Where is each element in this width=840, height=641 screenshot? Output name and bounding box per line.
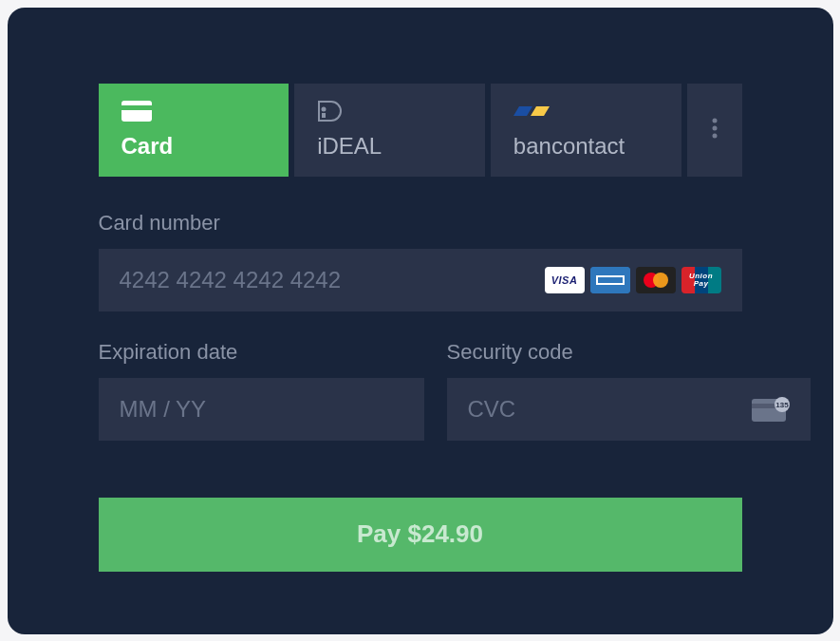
svg-rect-2: [322, 113, 326, 118]
card-number-field: Card number VISA UnionPay: [99, 211, 742, 311]
tab-card-label: Card: [121, 133, 174, 160]
visa-icon: VISA: [545, 267, 585, 293]
tab-ideal[interactable]: iDEAL: [294, 84, 485, 177]
svg-text:135: 135: [775, 401, 789, 409]
more-vertical-icon: [712, 117, 718, 143]
more-payment-methods-button[interactable]: [687, 84, 742, 177]
card-icon: [121, 99, 152, 123]
amex-icon: [590, 267, 630, 293]
expiration-input-wrap: [99, 378, 424, 441]
payment-panel: Card iDEAL bancontact: [8, 8, 833, 634]
expiry-cvc-row: Expiration date Security code 135: [99, 340, 742, 441]
cvc-field: Security code 135: [447, 340, 811, 441]
cvc-card-icon: 135: [752, 397, 790, 422]
svg-point-5: [712, 125, 717, 130]
pay-button[interactable]: Pay $24.90: [99, 498, 742, 572]
svg-rect-9: [598, 277, 623, 283]
cvc-input-wrap: 135: [447, 378, 811, 441]
expiration-label: Expiration date: [99, 340, 424, 365]
ideal-icon: [317, 99, 344, 123]
svg-rect-1: [121, 105, 152, 110]
svg-point-6: [712, 133, 717, 138]
tab-bancontact[interactable]: bancontact: [491, 84, 681, 177]
mastercard-icon: [636, 267, 676, 293]
unionpay-icon: UnionPay: [681, 267, 721, 293]
expiration-input[interactable]: [120, 396, 403, 423]
cvc-input[interactable]: [468, 396, 752, 423]
card-brand-icons: VISA UnionPay: [545, 267, 721, 293]
svg-point-4: [712, 118, 717, 123]
card-number-label: Card number: [99, 211, 742, 236]
tab-bancontact-label: bancontact: [513, 133, 625, 160]
tab-card[interactable]: Card: [99, 84, 289, 177]
cvc-label: Security code: [447, 340, 811, 365]
expiration-field: Expiration date: [99, 340, 424, 441]
card-number-input[interactable]: [120, 267, 545, 293]
svg-point-3: [322, 106, 327, 111]
svg-rect-0: [121, 101, 152, 122]
card-number-input-wrap: VISA UnionPay: [99, 249, 742, 311]
bancontact-icon: [513, 99, 551, 123]
payment-method-tabs: Card iDEAL bancontact: [99, 84, 742, 177]
tab-ideal-label: iDEAL: [317, 133, 382, 160]
